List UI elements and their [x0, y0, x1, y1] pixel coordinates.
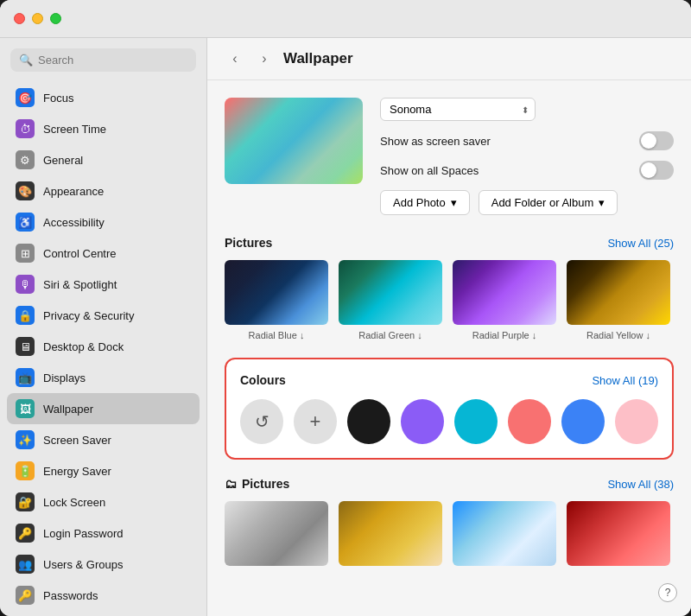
radial-green-label: Radial Green ↓ — [358, 330, 422, 340]
colour-blue-button[interactable] — [561, 399, 605, 444]
sidebar-icon-energy-saver: 🔋 — [16, 461, 35, 480]
sidebar-label-wallpaper: Wallpaper — [43, 403, 93, 416]
sidebar-item-lock-screen[interactable]: 🔐 Lock Screen — [7, 486, 200, 518]
sidebar-item-general[interactable]: ⚙ General — [7, 144, 200, 175]
wallpaper-top-section: Sonoma Ventura Monterey Big Sur Show as … — [225, 98, 674, 215]
radial-yellow-item[interactable]: Radial Yellow ↓ — [567, 260, 670, 340]
sidebar-item-siri-spotlight[interactable]: 🎙 Siri & Spotlight — [7, 269, 200, 300]
main-content: ‹ › Wallpaper Sonoma Ventura M — [207, 38, 691, 616]
sidebar-icon-displays: 📺 — [16, 368, 35, 387]
folder-icon: 🗂 — [225, 477, 237, 491]
pictures-section-title: Pictures — [225, 236, 272, 250]
sidebar-item-appearance[interactable]: 🎨 Appearance — [7, 175, 200, 206]
sidebar-item-screen-saver[interactable]: ✨ Screen Saver — [7, 424, 200, 455]
colour-purple-button[interactable] — [401, 399, 444, 444]
sidebar-label-users-groups: Users & Groups — [43, 558, 123, 571]
wallpaper-dropdown[interactable]: Sonoma Ventura Monterey Big Sur — [380, 98, 536, 121]
add-colour-button[interactable]: + — [294, 399, 337, 444]
settings-window: 🔍 🎯 Focus ⏱ Screen Time ⚙ General 🎨 Appe… — [0, 0, 691, 616]
sidebar-item-users-groups[interactable]: 👥 Users & Groups — [7, 549, 200, 580]
help-button[interactable]: ? — [658, 583, 677, 602]
sidebar-item-internet-accounts[interactable]: 🌐 Internet Accounts — [7, 611, 200, 616]
photo-item-4[interactable] — [567, 501, 670, 566]
pictures-grid: Radial Blue ↓ Radial Green ↓ Radial Purp… — [225, 260, 674, 340]
all-spaces-toggle-row: Show on all Spaces — [380, 161, 674, 180]
sidebar-label-general: General — [43, 154, 83, 167]
sidebar-label-siri-spotlight: Siri & Spotlight — [43, 278, 117, 291]
sidebar-item-privacy-security[interactable]: 🔒 Privacy & Security — [7, 300, 200, 331]
sidebar-icon-users-groups: 👥 — [16, 555, 35, 574]
folder-pictures-show-all-button[interactable]: Show All (38) — [607, 478, 674, 491]
colours-show-all-button[interactable]: Show All (19) — [592, 374, 658, 387]
sidebar-label-focus: Focus — [43, 92, 73, 105]
add-folder-label: Add Folder or Album — [491, 196, 594, 209]
sidebar-label-screen-saver: Screen Saver — [43, 434, 111, 447]
add-photo-label: Add Photo — [393, 196, 446, 209]
sidebar-icon-passwords: 🔑 — [16, 586, 35, 605]
radial-blue-item[interactable]: Radial Blue ↓ — [225, 260, 328, 340]
refresh-wallpaper-button[interactable]: ↺ — [240, 399, 283, 444]
close-button[interactable] — [14, 13, 25, 24]
maximize-button[interactable] — [50, 13, 61, 24]
photo-item-2[interactable] — [339, 501, 442, 566]
wallpaper-preview — [225, 98, 363, 184]
radial-purple-label: Radial Purple ↓ — [472, 330, 537, 340]
sidebar-item-screen-time[interactable]: ⏱ Screen Time — [7, 113, 200, 144]
folder-pictures-title: 🗂 Pictures — [225, 477, 289, 491]
colour-black-button[interactable] — [347, 399, 390, 444]
pictures-section-header: Pictures Show All (25) — [225, 236, 674, 250]
radial-green-item[interactable]: Radial Green ↓ — [339, 260, 442, 340]
sidebar-icon-privacy-security: 🔒 — [16, 306, 35, 325]
colour-cyan-button[interactable] — [454, 399, 498, 444]
radial-yellow-label: Radial Yellow ↓ — [586, 330, 650, 340]
search-input[interactable] — [38, 54, 187, 67]
wallpaper-dropdown-wrapper: Sonoma Ventura Monterey Big Sur — [380, 98, 536, 121]
folder-pictures-section: 🗂 Pictures Show All (38) — [225, 477, 674, 566]
sidebar-item-accessibility[interactable]: ♿ Accessibility — [7, 206, 200, 238]
sidebar-label-screen-time: Screen Time — [43, 123, 106, 136]
sidebar-items-list: 🎯 Focus ⏱ Screen Time ⚙ General 🎨 Appear… — [0, 79, 206, 616]
radial-purple-item[interactable]: Radial Purple ↓ — [453, 260, 556, 340]
photo-item-3[interactable] — [453, 501, 556, 566]
screen-saver-label: Show as screen saver — [380, 135, 491, 148]
sidebar-icon-lock-screen: 🔐 — [16, 492, 35, 511]
sidebar-label-desktop-dock: Desktop & Dock — [43, 340, 124, 353]
all-spaces-toggle[interactable] — [639, 161, 674, 180]
screen-saver-toggle[interactable] — [639, 131, 674, 150]
sidebar-icon-screen-saver: ✨ — [16, 430, 35, 449]
sidebar-icon-focus: 🎯 — [16, 88, 35, 107]
sidebar-label-control-centre: Control Centre — [43, 247, 117, 260]
sidebar-item-displays[interactable]: 📺 Displays — [7, 362, 200, 393]
photos-grid — [225, 501, 674, 566]
folder-pictures-header: 🗂 Pictures Show All (38) — [225, 477, 674, 491]
colours-section-title: Colours — [240, 373, 286, 387]
pictures-section: Pictures Show All (25) Radial Blue ↓ Rad… — [225, 236, 674, 340]
photo-item-1[interactable] — [225, 501, 328, 566]
search-box[interactable]: 🔍 — [10, 48, 196, 72]
colour-pink-button[interactable] — [508, 399, 551, 444]
sidebar-label-accessibility: Accessibility — [43, 216, 105, 229]
back-button[interactable]: ‹ — [225, 48, 245, 69]
traffic-lights — [14, 13, 61, 24]
sidebar-label-appearance: Appearance — [43, 185, 104, 198]
minimize-button[interactable] — [32, 13, 43, 24]
sidebar-item-focus[interactable]: 🎯 Focus — [7, 82, 200, 113]
sidebar-item-desktop-dock[interactable]: 🖥 Desktop & Dock — [7, 331, 200, 362]
title-bar — [0, 0, 691, 38]
pictures-show-all-button[interactable]: Show All (25) — [607, 237, 674, 250]
add-photo-button[interactable]: Add Photo ▾ — [380, 190, 470, 215]
sidebar-item-login-password[interactable]: 🔑 Login Password — [7, 518, 200, 549]
sidebar-label-passwords: Passwords — [43, 589, 98, 602]
forward-button[interactable]: › — [254, 48, 275, 69]
sidebar-icon-accessibility: ♿ — [16, 213, 35, 232]
sidebar-item-control-centre[interactable]: ⊞ Control Centre — [7, 238, 200, 269]
add-folder-button[interactable]: Add Folder or Album ▾ — [479, 190, 618, 215]
colour-circles-row: ↺ + — [240, 399, 658, 444]
add-folder-chevron: ▾ — [599, 196, 605, 209]
sidebar-item-energy-saver[interactable]: 🔋 Energy Saver — [7, 455, 200, 486]
colour-peach-button[interactable] — [615, 399, 658, 444]
sidebar-item-passwords[interactable]: 🔑 Passwords — [7, 580, 200, 611]
screen-saver-toggle-row: Show as screen saver — [380, 131, 674, 150]
sidebar-item-wallpaper[interactable]: 🖼 Wallpaper — [7, 393, 200, 424]
main-header: ‹ › Wallpaper — [207, 38, 691, 80]
